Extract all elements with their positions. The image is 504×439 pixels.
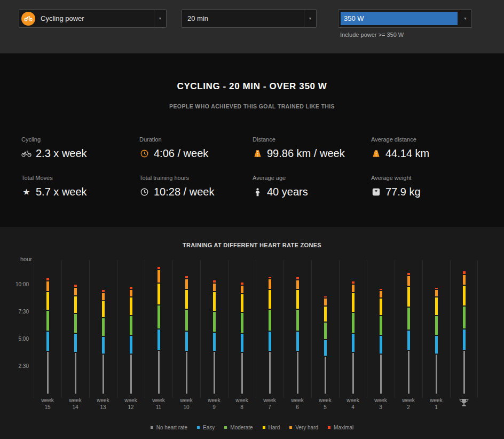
bar-column-week-11 xyxy=(145,260,172,394)
legend-item: Very hard xyxy=(289,425,318,430)
stat-value: 4:06 / week xyxy=(154,147,208,160)
week-label-number: 8 xyxy=(228,404,256,411)
bar-segment-very-hard xyxy=(102,293,105,300)
bar-segment-moderate xyxy=(74,314,77,333)
legend-item: Hard xyxy=(263,425,280,430)
bar-column-week-8 xyxy=(228,260,256,394)
bar-segment-hard xyxy=(241,294,243,312)
week-label-word: week xyxy=(395,397,422,404)
bar-segment-easy xyxy=(213,333,216,351)
week-label-word: week xyxy=(284,397,311,404)
hr-zones-chart-section: TRAINING AT DIFFERENT HEART RATE ZONES h… xyxy=(0,227,504,439)
chevron-down-icon[interactable]: ▼ xyxy=(304,10,316,27)
bar-segment-no-heart-rate xyxy=(269,352,271,394)
legend-swatch xyxy=(151,426,153,429)
stats-grid: Cycling 2.3 x week Duration xyxy=(21,136,486,213)
week-label-word: week xyxy=(89,397,117,404)
y-axis-tick-label: 2:30 xyxy=(0,363,29,369)
legend-label: Moderate xyxy=(230,425,253,430)
bar-segment-hard xyxy=(407,287,410,307)
bar-segment-no-heart-rate xyxy=(47,352,49,394)
legend-swatch xyxy=(224,426,227,429)
stat-value: 77.9 kg xyxy=(385,186,421,198)
cycling-power-icon xyxy=(21,12,35,26)
power-filter-selected-value[interactable]: 350 W xyxy=(341,12,458,25)
week-label-number: 3 xyxy=(367,404,395,411)
legend-label: Hard xyxy=(269,425,280,430)
bar-segment-no-heart-rate xyxy=(214,352,215,394)
star-icon: ★ xyxy=(21,188,32,197)
bar-segment-maximal xyxy=(46,278,49,280)
power-filter-note: Include power >= 350 W xyxy=(340,32,404,38)
week-label-number: 10 xyxy=(172,404,200,411)
week-label-word: week xyxy=(172,397,200,404)
bar-segment-easy xyxy=(324,340,327,356)
bar-segment-easy xyxy=(158,330,160,350)
legend-item: Easy xyxy=(197,425,215,430)
bar-segment-maximal xyxy=(269,277,271,278)
week-label-number: 9 xyxy=(200,404,228,411)
bar-column-week-3 xyxy=(367,260,395,394)
bar-segment-easy xyxy=(352,334,355,352)
week-label-number: 12 xyxy=(117,404,145,411)
week-label: week12 xyxy=(117,397,145,411)
week-label-number: 13 xyxy=(89,404,117,411)
bar-segment-no-heart-rate xyxy=(158,351,160,394)
bar-segment-easy xyxy=(130,336,132,354)
bar-segment-hard xyxy=(269,290,271,309)
bar-segment-maximal xyxy=(407,273,410,275)
week-label: week4 xyxy=(339,397,367,411)
stat-total-training-hours: Total training hours 10:28 / week xyxy=(139,175,253,213)
bar-segment-very-hard xyxy=(46,281,49,291)
chevron-down-icon[interactable]: ▼ xyxy=(459,10,471,27)
week-label-word: week xyxy=(311,397,339,404)
bar-segment-maximal xyxy=(102,290,105,292)
stat-average-age: Average age 40 years xyxy=(253,175,371,213)
bar-segment-moderate xyxy=(185,310,188,331)
bar-segment-very-hard xyxy=(463,275,466,285)
bar-segment-maximal xyxy=(463,271,466,273)
bar-segment-no-heart-rate xyxy=(352,353,354,394)
bar-segment-hard xyxy=(380,299,382,315)
sport-filter-dropdown[interactable]: Cycling power ▼ xyxy=(19,9,167,28)
bar-segment-no-heart-rate xyxy=(186,352,187,394)
power-filter-dropdown[interactable]: 350 W ▼ xyxy=(338,9,472,28)
bar-segment-hard xyxy=(324,307,327,322)
bar-column-current xyxy=(450,260,478,394)
y-axis: 10:007:305:002:30 xyxy=(0,260,31,394)
legend-label: No heart rate xyxy=(156,425,187,430)
week-label: week1 xyxy=(422,397,450,411)
bar-column-week-7 xyxy=(256,260,284,394)
bar-segment-easy xyxy=(185,332,188,351)
bar-segment-maximal xyxy=(213,280,216,283)
week-label-number: 7 xyxy=(256,404,284,411)
duration-filter-dropdown[interactable]: 20 min ▼ xyxy=(182,9,317,28)
week-label-word: week xyxy=(422,397,450,404)
bar-segment-very-hard xyxy=(435,290,438,296)
chevron-down-icon[interactable]: ▼ xyxy=(154,10,166,27)
stat-label: Distance xyxy=(253,136,371,143)
legend-swatch xyxy=(328,426,330,429)
bar-column-week-15 xyxy=(34,260,61,394)
app: Cycling power ▼ 20 min ▼ 350 W ▼ Include… xyxy=(0,0,504,439)
bar-segment-very-hard xyxy=(296,280,299,289)
y-axis-tick-label: 7:30 xyxy=(0,309,29,315)
clock-icon xyxy=(139,188,149,196)
clock-icon xyxy=(139,150,149,158)
page-title: CYCLING - 20 MIN - OVER 350 W xyxy=(0,53,504,92)
week-label: week5 xyxy=(311,397,339,411)
week-label-word: week xyxy=(34,397,61,404)
bar-segment-hard xyxy=(213,292,216,311)
bar-segment-easy xyxy=(74,334,77,352)
week-label: week11 xyxy=(145,397,172,411)
bar-segment-hard xyxy=(46,292,49,310)
bar-segment-very-hard xyxy=(158,270,160,283)
legend-label: Maximal xyxy=(334,425,353,430)
bar-column-week-6 xyxy=(284,260,311,394)
stat-value: 44.14 km xyxy=(385,147,429,160)
bar-segment-no-heart-rate xyxy=(75,353,76,394)
bar-segment-moderate xyxy=(46,311,49,331)
week-label: week8 xyxy=(228,397,256,411)
week-label-word: week xyxy=(228,397,256,404)
bar-segment-very-hard xyxy=(407,276,410,286)
